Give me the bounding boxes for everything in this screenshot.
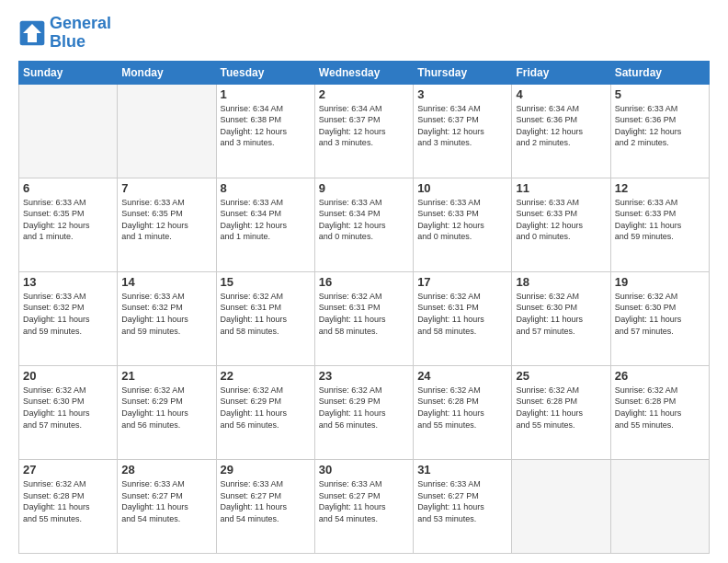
- cell-text: Sunrise: 6:34 AMSunset: 6:37 PMDaylight:…: [319, 103, 409, 149]
- cell-text: Sunrise: 6:33 AMSunset: 6:33 PMDaylight:…: [417, 197, 507, 243]
- col-header-friday: Friday: [512, 61, 610, 84]
- cell-text: Sunrise: 6:32 AMSunset: 6:30 PMDaylight:…: [23, 385, 113, 431]
- col-header-wednesday: Wednesday: [314, 61, 413, 84]
- cell-text: Sunrise: 6:34 AMSunset: 6:38 PMDaylight:…: [221, 103, 311, 149]
- cell-text: Sunrise: 6:33 AMSunset: 6:32 PMDaylight:…: [121, 291, 211, 337]
- calendar-table: SundayMondayTuesdayWednesdayThursdayFrid…: [18, 61, 710, 554]
- week-row-0: 1Sunrise: 6:34 AMSunset: 6:38 PMDaylight…: [19, 84, 710, 178]
- day-number: 19: [615, 275, 705, 289]
- calendar-cell: 22Sunrise: 6:32 AMSunset: 6:29 PMDayligh…: [216, 365, 314, 459]
- calendar-cell: 8Sunrise: 6:33 AMSunset: 6:34 PMDaylight…: [216, 178, 314, 271]
- cell-text: Sunrise: 6:32 AMSunset: 6:31 PMDaylight:…: [417, 291, 507, 337]
- calendar-cell: 31Sunrise: 6:33 AMSunset: 6:27 PMDayligh…: [414, 459, 512, 553]
- day-number: 29: [221, 463, 311, 477]
- week-row-3: 20Sunrise: 6:32 AMSunset: 6:30 PMDayligh…: [19, 365, 710, 459]
- col-header-thursday: Thursday: [414, 61, 512, 84]
- cell-text: Sunrise: 6:33 AMSunset: 6:35 PMDaylight:…: [23, 197, 113, 243]
- day-number: 9: [319, 181, 409, 195]
- col-header-saturday: Saturday: [610, 61, 709, 84]
- cell-text: Sunrise: 6:32 AMSunset: 6:30 PMDaylight:…: [516, 291, 606, 337]
- logo-icon: [18, 19, 46, 47]
- col-header-monday: Monday: [118, 61, 216, 84]
- cell-text: Sunrise: 6:32 AMSunset: 6:29 PMDaylight:…: [121, 385, 211, 431]
- calendar-cell: 1Sunrise: 6:34 AMSunset: 6:38 PMDaylight…: [216, 84, 314, 178]
- header: General Blue: [18, 15, 710, 52]
- cell-text: Sunrise: 6:32 AMSunset: 6:31 PMDaylight:…: [221, 291, 311, 337]
- day-number: 10: [417, 181, 507, 195]
- week-row-2: 13Sunrise: 6:33 AMSunset: 6:32 PMDayligh…: [19, 271, 710, 365]
- calendar-cell: 21Sunrise: 6:32 AMSunset: 6:29 PMDayligh…: [118, 365, 216, 459]
- calendar-cell: 25Sunrise: 6:32 AMSunset: 6:28 PMDayligh…: [512, 365, 610, 459]
- calendar-cell: [19, 84, 118, 178]
- day-number: 31: [417, 463, 507, 477]
- cell-text: Sunrise: 6:32 AMSunset: 6:28 PMDaylight:…: [516, 385, 606, 431]
- calendar-cell: [610, 459, 709, 553]
- cell-text: Sunrise: 6:32 AMSunset: 6:30 PMDaylight:…: [615, 291, 705, 337]
- col-header-tuesday: Tuesday: [216, 61, 314, 84]
- calendar-cell: 29Sunrise: 6:33 AMSunset: 6:27 PMDayligh…: [216, 459, 314, 553]
- day-number: 22: [221, 369, 311, 383]
- cell-text: Sunrise: 6:32 AMSunset: 6:29 PMDaylight:…: [221, 385, 311, 431]
- calendar-cell: 12Sunrise: 6:33 AMSunset: 6:33 PMDayligh…: [610, 178, 709, 271]
- day-number: 16: [319, 275, 409, 289]
- logo-text: General Blue: [50, 15, 111, 52]
- calendar-cell: 26Sunrise: 6:32 AMSunset: 6:28 PMDayligh…: [610, 365, 709, 459]
- cell-text: Sunrise: 6:33 AMSunset: 6:34 PMDaylight:…: [319, 197, 409, 243]
- day-number: 24: [417, 369, 507, 383]
- calendar-cell: 24Sunrise: 6:32 AMSunset: 6:28 PMDayligh…: [414, 365, 512, 459]
- day-number: 8: [221, 181, 311, 195]
- calendar-cell: 19Sunrise: 6:32 AMSunset: 6:30 PMDayligh…: [610, 271, 709, 365]
- cell-text: Sunrise: 6:33 AMSunset: 6:27 PMDaylight:…: [417, 478, 507, 524]
- day-number: 1: [221, 87, 311, 101]
- day-number: 12: [615, 181, 705, 195]
- day-number: 6: [23, 181, 113, 195]
- calendar-cell: 7Sunrise: 6:33 AMSunset: 6:35 PMDaylight…: [118, 178, 216, 271]
- cell-text: Sunrise: 6:34 AMSunset: 6:37 PMDaylight:…: [417, 103, 507, 149]
- calendar-cell: 11Sunrise: 6:33 AMSunset: 6:33 PMDayligh…: [512, 178, 610, 271]
- calendar-cell: 3Sunrise: 6:34 AMSunset: 6:37 PMDaylight…: [414, 84, 512, 178]
- calendar-cell: 28Sunrise: 6:33 AMSunset: 6:27 PMDayligh…: [118, 459, 216, 553]
- cell-text: Sunrise: 6:32 AMSunset: 6:28 PMDaylight:…: [417, 385, 507, 431]
- calendar-cell: 15Sunrise: 6:32 AMSunset: 6:31 PMDayligh…: [216, 271, 314, 365]
- day-number: 11: [516, 181, 606, 195]
- calendar-cell: 9Sunrise: 6:33 AMSunset: 6:34 PMDaylight…: [314, 178, 413, 271]
- cell-text: Sunrise: 6:33 AMSunset: 6:33 PMDaylight:…: [516, 197, 606, 243]
- day-number: 27: [23, 463, 113, 477]
- day-number: 30: [319, 463, 409, 477]
- calendar-cell: 10Sunrise: 6:33 AMSunset: 6:33 PMDayligh…: [414, 178, 512, 271]
- cell-text: Sunrise: 6:34 AMSunset: 6:36 PMDaylight:…: [516, 103, 606, 149]
- day-number: 2: [319, 87, 409, 101]
- day-number: 4: [516, 87, 606, 101]
- calendar-cell: 27Sunrise: 6:32 AMSunset: 6:28 PMDayligh…: [19, 459, 118, 553]
- day-number: 25: [516, 369, 606, 383]
- day-number: 13: [23, 275, 113, 289]
- day-number: 26: [615, 369, 705, 383]
- calendar-cell: [512, 459, 610, 553]
- day-number: 28: [121, 463, 211, 477]
- calendar-cell: 14Sunrise: 6:33 AMSunset: 6:32 PMDayligh…: [118, 271, 216, 365]
- cell-text: Sunrise: 6:33 AMSunset: 6:34 PMDaylight:…: [221, 197, 311, 243]
- logo: General Blue: [18, 15, 111, 52]
- cell-text: Sunrise: 6:33 AMSunset: 6:27 PMDaylight:…: [319, 478, 409, 524]
- cell-text: Sunrise: 6:33 AMSunset: 6:33 PMDaylight:…: [615, 197, 705, 243]
- cell-text: Sunrise: 6:32 AMSunset: 6:29 PMDaylight:…: [319, 385, 409, 431]
- calendar-cell: [118, 84, 216, 178]
- calendar-cell: 17Sunrise: 6:32 AMSunset: 6:31 PMDayligh…: [414, 271, 512, 365]
- cell-text: Sunrise: 6:32 AMSunset: 6:28 PMDaylight:…: [615, 385, 705, 431]
- calendar-cell: 4Sunrise: 6:34 AMSunset: 6:36 PMDaylight…: [512, 84, 610, 178]
- calendar-cell: 5Sunrise: 6:33 AMSunset: 6:36 PMDaylight…: [610, 84, 709, 178]
- day-number: 5: [615, 87, 705, 101]
- calendar-cell: 20Sunrise: 6:32 AMSunset: 6:30 PMDayligh…: [19, 365, 118, 459]
- calendar-cell: 23Sunrise: 6:32 AMSunset: 6:29 PMDayligh…: [314, 365, 413, 459]
- calendar-cell: 2Sunrise: 6:34 AMSunset: 6:37 PMDaylight…: [314, 84, 413, 178]
- day-number: 23: [319, 369, 409, 383]
- cell-text: Sunrise: 6:33 AMSunset: 6:27 PMDaylight:…: [221, 478, 311, 524]
- cell-text: Sunrise: 6:33 AMSunset: 6:32 PMDaylight:…: [23, 291, 113, 337]
- calendar-cell: 18Sunrise: 6:32 AMSunset: 6:30 PMDayligh…: [512, 271, 610, 365]
- page: General Blue SundayMondayTuesdayWednesda…: [0, 0, 728, 563]
- calendar-header-row: SundayMondayTuesdayWednesdayThursdayFrid…: [19, 61, 710, 84]
- calendar-cell: 30Sunrise: 6:33 AMSunset: 6:27 PMDayligh…: [314, 459, 413, 553]
- day-number: 15: [221, 275, 311, 289]
- day-number: 20: [23, 369, 113, 383]
- cell-text: Sunrise: 6:32 AMSunset: 6:28 PMDaylight:…: [23, 478, 113, 524]
